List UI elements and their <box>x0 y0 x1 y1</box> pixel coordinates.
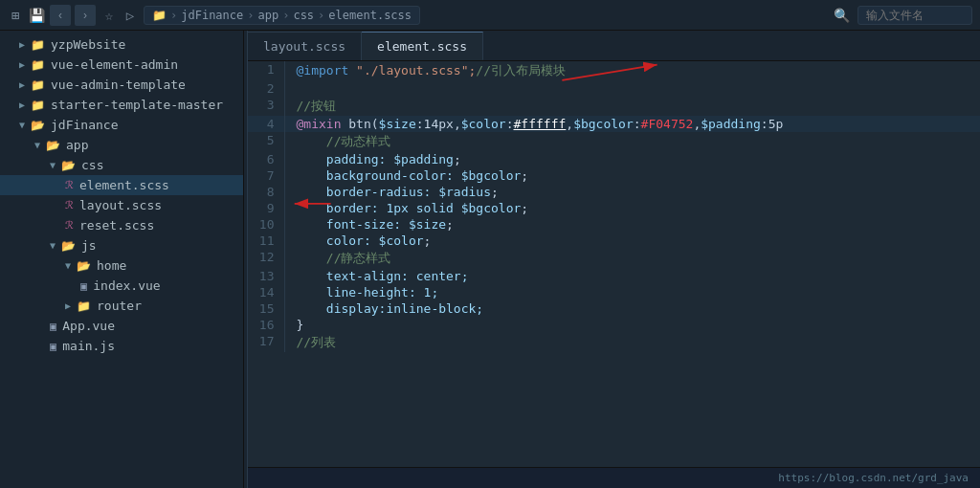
grid-icon: ⊞ <box>8 8 23 23</box>
line-number: 17 <box>248 333 284 352</box>
sidebar-label: App.vue <box>62 319 115 333</box>
folder-open-icon: 📂 <box>46 139 60 152</box>
folder-open-icon: 📂 <box>61 239 76 253</box>
breadcrumb-jdfinance[interactable]: jdFinance <box>181 9 243 22</box>
sidebar-label: main.js <box>62 339 115 353</box>
folder-icon: 📁 <box>31 78 45 92</box>
line-number: 16 <box>248 317 284 333</box>
sidebar: ▶ 📁 yzpWebsite ▶ 📁 vue-element-admin ▶ 📁… <box>0 31 244 488</box>
breadcrumb-root: 📁 <box>152 9 167 22</box>
breadcrumb-css[interactable]: css <box>293 9 314 22</box>
editor: layout.scss element.scss 1@import "./lay… <box>248 31 980 488</box>
sidebar-label: vue-element-admin <box>51 57 178 72</box>
line-number: 11 <box>248 233 284 249</box>
line-content: padding: $padding; <box>284 151 980 167</box>
play-icon: ▷ <box>122 8 138 23</box>
sidebar-item-app[interactable]: ▼ 📂 app <box>0 135 243 155</box>
sidebar-item-vue-admin-template[interactable]: ▶ 📁 vue-admin-template <box>0 75 243 95</box>
statusbar: https://blog.csdn.net/grd_java <box>248 467 980 488</box>
line-content: @mixin btn($size:14px,$color:#ffffff,$bg… <box>284 116 980 132</box>
save-icon: 💾 <box>29 8 44 23</box>
folder-open-icon: 📂 <box>61 159 76 172</box>
sidebar-label: starter-template-master <box>51 98 223 112</box>
filename-search-input[interactable] <box>858 6 972 25</box>
vue-file-icon: ▣ <box>50 320 56 333</box>
scss-file-icon: ℛ <box>65 219 74 232</box>
line-content: text-align: center; <box>284 268 980 284</box>
sidebar-label: css <box>81 158 103 172</box>
js-file-icon: ▣ <box>50 340 56 353</box>
line-content: line-height: 1; <box>284 284 980 300</box>
line-content: @import "./layout.scss";//引入布局模块 <box>284 61 980 80</box>
line-content: display:inline-block; <box>284 300 980 317</box>
tab-layout-scss[interactable]: layout.scss <box>248 32 362 60</box>
sidebar-item-starter-template[interactable]: ▶ 📁 starter-template-master <box>0 95 243 115</box>
titlebar: ⊞ 💾 ‹ › ☆ ▷ 📁 › jdFinance › app › css › … <box>0 0 980 31</box>
sidebar-item-yzpwebsite[interactable]: ▶ 📁 yzpWebsite <box>0 34 243 55</box>
caret-icon: ▶ <box>19 100 25 110</box>
line-number: 13 <box>248 268 284 284</box>
sidebar-label: home <box>97 258 126 273</box>
sidebar-label: yzpWebsite <box>51 37 125 52</box>
titlebar-right: 🔍 <box>834 6 972 25</box>
main-area: ▶ 📁 yzpWebsite ▶ 📁 vue-element-admin ▶ 📁… <box>0 31 980 488</box>
line-number: 5 <box>248 132 284 151</box>
tab-element-scss[interactable]: element.scss <box>362 32 483 60</box>
back-button[interactable]: ‹ <box>50 5 71 26</box>
line-number: 8 <box>248 184 284 200</box>
line-number: 10 <box>248 216 284 233</box>
breadcrumb-file[interactable]: element.scss <box>328 9 412 22</box>
sidebar-item-css[interactable]: ▼ 📂 css <box>0 155 243 175</box>
line-number: 4 <box>248 116 284 132</box>
forward-button[interactable]: › <box>75 5 96 26</box>
sidebar-item-reset-scss[interactable]: ℛ reset.scss <box>0 215 243 235</box>
caret-icon: ▼ <box>34 140 40 150</box>
editor-tabs: layout.scss element.scss <box>248 31 980 61</box>
sidebar-item-main-js[interactable]: ▣ main.js <box>0 336 243 356</box>
breadcrumb-app[interactable]: app <box>258 9 279 22</box>
caret-icon: ▼ <box>50 160 56 170</box>
line-content: //动态样式 <box>284 132 980 151</box>
caret-icon: ▼ <box>19 120 25 130</box>
sidebar-item-home[interactable]: ▼ 📂 home <box>0 255 243 276</box>
tab-label: element.scss <box>377 39 467 54</box>
sidebar-label: element.scss <box>79 178 169 192</box>
sidebar-item-element-scss[interactable]: ℛ element.scss <box>0 175 243 195</box>
sidebar-label: app <box>66 138 88 152</box>
line-number: 15 <box>248 300 284 317</box>
scss-file-icon: ℛ <box>65 179 74 191</box>
line-content: border-radius: $radius; <box>284 184 980 200</box>
caret-icon: ▶ <box>19 39 25 50</box>
line-content: } <box>284 317 980 333</box>
caret-icon: ▶ <box>65 300 71 311</box>
sidebar-item-jdfinance[interactable]: ▼ 📂 jdFinance <box>0 115 243 135</box>
line-content: //按钮 <box>284 97 980 116</box>
sidebar-item-index-vue[interactable]: ▣ index.vue <box>0 276 243 296</box>
folder-icon: 📁 <box>31 99 45 112</box>
sidebar-item-js[interactable]: ▼ 📂 js <box>0 235 243 255</box>
vue-file-icon: ▣ <box>80 279 87 293</box>
sidebar-item-vue-element-admin[interactable]: ▶ 📁 vue-element-admin <box>0 55 243 75</box>
line-number: 2 <box>248 80 284 97</box>
breadcrumb: 📁 › jdFinance › app › css › element.scss <box>144 6 420 25</box>
sidebar-label: vue-admin-template <box>51 78 186 92</box>
sidebar-item-layout-scss[interactable]: ℛ layout.scss <box>0 195 243 215</box>
folder-open-icon: 📂 <box>31 119 45 132</box>
folder-open-icon: 📂 <box>77 259 91 273</box>
line-number: 6 <box>248 151 284 167</box>
line-number: 1 <box>248 61 284 80</box>
search-icon[interactable]: 🔍 <box>834 8 850 23</box>
sidebar-item-app-vue[interactable]: ▣ App.vue <box>0 316 243 336</box>
sidebar-label: js <box>81 238 97 253</box>
line-content: border: 1px solid $bgcolor; <box>284 200 980 216</box>
scss-file-icon: ℛ <box>65 199 74 211</box>
line-number: 14 <box>248 284 284 300</box>
sidebar-item-router[interactable]: ▶ 📁 router <box>0 296 243 316</box>
line-number: 12 <box>248 249 284 268</box>
titlebar-left: ⊞ 💾 ‹ › ☆ ▷ 📁 › jdFinance › app › css › … <box>8 5 420 26</box>
code-area[interactable]: 1@import "./layout.scss";//引入布局模块23//按钮4… <box>248 61 980 467</box>
tab-label: layout.scss <box>263 39 345 54</box>
line-content: font-size: $size; <box>284 216 980 233</box>
line-content <box>284 80 980 97</box>
sidebar-label: reset.scss <box>79 218 154 233</box>
